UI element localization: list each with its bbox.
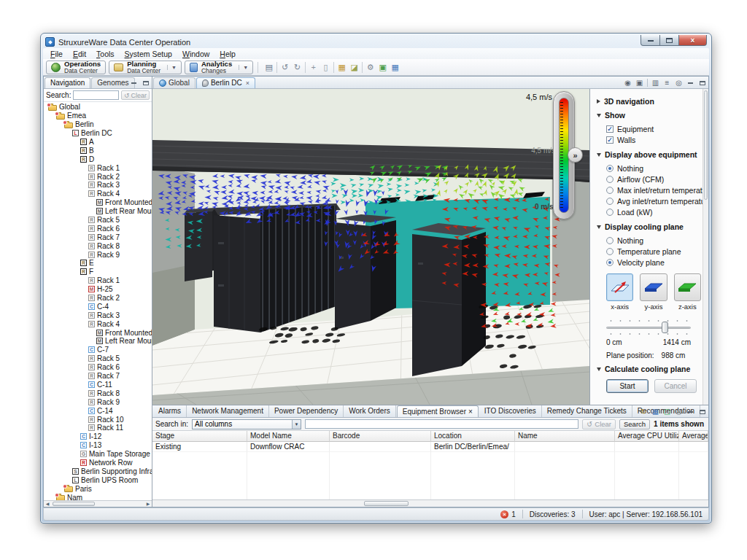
analytics-perspective-button[interactable]: AnalyticsChanges▼	[185, 61, 253, 74]
show-checkbox-equipment[interactable]: ✓Equipment	[606, 123, 701, 134]
tree-item-i-12[interactable]: CI-12	[44, 432, 152, 441]
table-hscrollbar[interactable]	[152, 499, 708, 507]
search-input[interactable]	[73, 90, 118, 100]
view-menu-icon[interactable]: ≡	[663, 79, 671, 87]
scrollbar-thumb[interactable]	[364, 501, 409, 506]
z-axis-button[interactable]	[674, 273, 701, 301]
tree-item-c-14[interactable]: CC-14	[44, 406, 152, 415]
save-icon[interactable]: ▤	[263, 61, 275, 74]
display-above-option-avg-inlet-return-temperature[interactable]: Avg inlet/return temperature	[606, 195, 701, 206]
tree-item-berlin-supporting-infrastru[interactable]: SBerlin Supporting Infrastru	[44, 467, 152, 475]
clear-search-button[interactable]: ↺Clear	[121, 90, 150, 100]
maximize-view-icon[interactable]	[698, 79, 706, 87]
x-axis-button[interactable]	[606, 273, 633, 301]
column-header-stage[interactable]: Stage	[152, 431, 247, 442]
tree-item-c-4[interactable]: CC-4	[44, 302, 152, 311]
tree-item-rack-9[interactable]: RRack 9	[44, 397, 152, 406]
column-header-barcode[interactable]: Barcode	[330, 431, 431, 442]
plane-position-slider[interactable]	[606, 319, 691, 335]
tree-item-front-mounted[interactable]: MFront Mounted	[44, 198, 152, 207]
maximize-view-icon[interactable]	[142, 79, 150, 87]
editor-tab-berlin-dc[interactable]: Berlin DC×	[196, 77, 255, 88]
tree-item-rack-9[interactable]: RRack 9	[44, 250, 152, 259]
tree-item-rack-6[interactable]: RRack 6	[44, 224, 152, 233]
pin-icon[interactable]: +	[307, 61, 320, 74]
tree-item-nam[interactable]: Nam	[44, 493, 152, 500]
menu-tools[interactable]: Tools	[92, 49, 119, 59]
tree-item-rack-8[interactable]: RRack 8	[44, 241, 152, 250]
monitor-icon[interactable]: ▢	[663, 408, 671, 416]
show-checkbox-walls[interactable]: ✓Walls	[606, 134, 701, 145]
menu-edit[interactable]: Edit	[69, 49, 90, 59]
cooling-plane-option-nothing[interactable]: Nothing	[606, 235, 701, 246]
clear-button[interactable]: ↺Clear	[582, 419, 616, 429]
scroll-left-icon[interactable]: ◀	[44, 501, 51, 507]
display-above-option-max-inlet-return-temperature[interactable]: Max inlet/return temperature	[606, 184, 701, 195]
tree-item-b[interactable]: RB	[44, 146, 152, 155]
3d-viewport[interactable]: 4,5 m/s 4,5 m/s 0 m/s »	[152, 89, 590, 405]
tree-item-i-13[interactable]: CI-13	[44, 441, 152, 450]
scroll-right-icon[interactable]: ▶	[144, 501, 152, 507]
tree-item-f[interactable]: RF	[44, 268, 152, 276]
planning-perspective-button[interactable]: PlanningData Center▼	[109, 61, 182, 74]
tree-item-rack-4[interactable]: RRack 4	[44, 319, 152, 328]
sidebar-tab-genomes[interactable]: Genomes	[91, 77, 134, 88]
sidebar-tab-navigation[interactable]: Navigation	[44, 77, 90, 88]
tree-item-rack-3[interactable]: RRack 3	[44, 311, 152, 319]
tree-item-a[interactable]: RA	[44, 138, 152, 147]
bottom-tab-work-orders[interactable]: Work Orders	[344, 405, 396, 417]
column-header-model-name[interactable]: Model Name	[247, 431, 330, 442]
tools-icon[interactable]: ⚙	[364, 61, 376, 74]
menu-window[interactable]: Window	[178, 49, 214, 59]
close-icon[interactable]: ×	[246, 79, 249, 87]
menu-file[interactable]: File	[46, 49, 67, 59]
minimize-view-icon[interactable]	[686, 408, 694, 416]
tree-item-c-7[interactable]: CC-7	[44, 346, 152, 354]
tree-item-d[interactable]: RD	[44, 155, 152, 163]
display-above-option-airflow-cfm[interactable]: Airflow (CFM)	[606, 174, 701, 184]
section-3d-navigation[interactable]: 3D navigation	[597, 97, 701, 106]
cooling-plane-option-velocity-plane[interactable]: Velocity plane	[606, 257, 701, 268]
tree-item-berlin-dc[interactable]: LBerlin DC	[44, 129, 152, 138]
cancel-button[interactable]: Cancel	[654, 379, 697, 393]
minimize-view-icon[interactable]	[686, 79, 694, 87]
tree-item-rack-1[interactable]: RRack 1	[44, 276, 152, 285]
tree-item-rack-3[interactable]: RRack 3	[44, 181, 152, 190]
cooling-plane-option-temperature-plane[interactable]: Temperature plane	[606, 246, 701, 257]
pin-view-icon[interactable]: ◎	[675, 79, 683, 87]
menu-system-setup[interactable]: System Setup	[120, 49, 177, 59]
tree-item-rack-10[interactable]: RRack 10	[44, 415, 152, 424]
camera-icon[interactable]: ▣	[635, 79, 643, 87]
tree-item-h-25[interactable]: MH-25	[44, 285, 152, 294]
equipment-search-input[interactable]	[305, 419, 578, 429]
tree-item-rack-8[interactable]: RRack 8	[44, 389, 152, 397]
eraser-icon[interactable]: ◪	[348, 61, 360, 74]
right-panel-scrollbar[interactable]	[703, 89, 708, 405]
tree-item-rack-5[interactable]: RRack 5	[44, 354, 152, 363]
tree-item-rack-4[interactable]: RRack 4	[44, 190, 152, 198]
chevron-down-icon[interactable]: ▼	[239, 65, 248, 70]
tree-item-e[interactable]: RE	[44, 259, 152, 268]
tree-item-rack-2[interactable]: RRack 2	[44, 172, 152, 181]
search-button[interactable]: Search	[619, 419, 650, 429]
tree-item-rack-5[interactable]: RRack 5	[44, 216, 152, 225]
title-bar[interactable]: StruxureWare Data Center Operation ×	[41, 34, 711, 48]
tree-item-berlin-ups-room[interactable]: LBerlin UPS Room	[44, 475, 152, 484]
slider-thumb[interactable]	[662, 322, 668, 333]
display-above-option-nothing[interactable]: Nothing	[606, 163, 701, 174]
tree-item-berlin[interactable]: Berlin	[44, 120, 152, 129]
minimize-view-icon[interactable]	[130, 79, 138, 87]
column-header-name[interactable]: Name	[515, 431, 615, 442]
close-button[interactable]: ×	[678, 35, 707, 46]
export-image-icon[interactable]: ▦	[336, 61, 348, 74]
tree-item-global[interactable]: Global	[44, 103, 152, 112]
table-icon[interactable]: ▦	[389, 61, 401, 74]
sync-icon[interactable]: ↻	[640, 408, 648, 416]
tree-item-left-rear-moun[interactable]: MLeft Rear Moun	[44, 337, 152, 346]
section-display-above[interactable]: Display above equipment	[597, 150, 701, 159]
column-header-location[interactable]: Location	[431, 431, 515, 442]
close-icon[interactable]: ×	[468, 408, 473, 416]
tree-item-rack-2[interactable]: RRack 2	[44, 294, 152, 303]
bottom-tab-alarms[interactable]: Alarms	[153, 405, 187, 417]
pin-view-icon[interactable]: ◎	[675, 408, 683, 416]
